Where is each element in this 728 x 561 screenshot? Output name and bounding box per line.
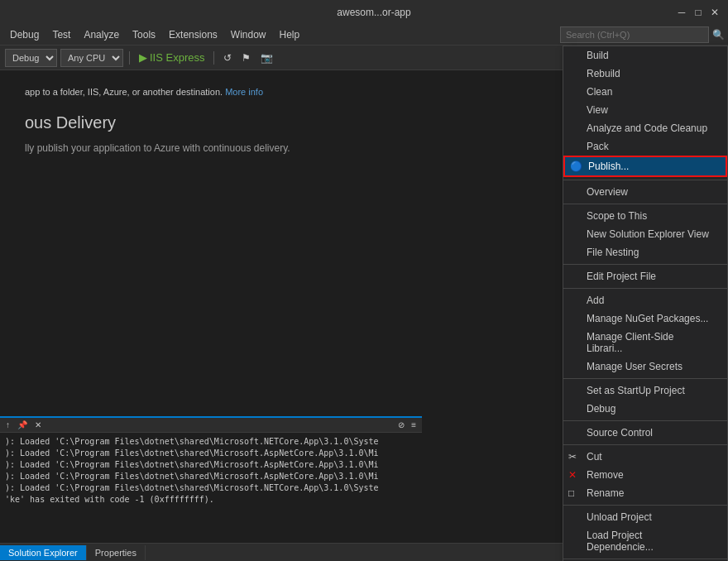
menu-extensions[interactable]: Extensions [162, 25, 224, 45]
run-button[interactable]: ▶ IIS Express [136, 50, 208, 65]
ctx-item-label: Debug [587, 403, 615, 415]
ctx-item-label: Build [587, 50, 609, 61]
ctx-item-label: Pack [587, 141, 609, 152]
ctx-item-label: Remove [587, 469, 624, 481]
ctx-item-label: Manage User Secrets [587, 361, 682, 372]
menu-test[interactable]: Test [46, 25, 77, 45]
ctx-item-label: Rebuild [587, 68, 620, 79]
menu-bar: Debug Test Analyze Tools Extensions Wind… [0, 25, 728, 46]
ctx-item-label: Manage Client-Side Librari... [587, 331, 711, 354]
ctx-menu-item[interactable]: Manage NuGet Packages... [563, 309, 727, 328]
output-line: ): Loaded 'C:\Program Files\dotnet\share… [5, 459, 417, 471]
ctx-menu-item[interactable]: Debug [563, 400, 727, 418]
toolbar-separator-1 [129, 51, 130, 65]
close-button[interactable]: ✕ [708, 6, 721, 19]
ctx-separator [563, 180, 727, 180]
ctx-item-icon: ✕ [568, 469, 577, 481]
subtitle: app to a folder, IIS, Azure, or another … [25, 87, 550, 97]
ctx-item-icon: ✂ [568, 451, 577, 463]
maximize-button[interactable]: □ [692, 6, 705, 19]
menu-window[interactable]: Window [224, 25, 273, 45]
menu-debug[interactable]: Debug [3, 25, 46, 45]
search-bar[interactable]: 🔍 [560, 26, 725, 43]
ctx-separator [563, 288, 727, 289]
ctx-menu-item[interactable]: Set as StartUp Project [563, 381, 727, 400]
output-filter-btn[interactable]: ≡ [409, 420, 419, 430]
ctx-menu-item[interactable]: File Nesting [563, 243, 727, 261]
more-info-link[interactable]: More info [225, 87, 263, 97]
debug-select[interactable]: Debug [5, 49, 57, 67]
ctx-menu-item[interactable]: Add [563, 291, 727, 309]
window-controls[interactable]: ─ □ ✕ [675, 6, 721, 19]
ctx-item-label: Analyze and Code Cleanup [587, 122, 707, 134]
context-menu: BuildRebuildCleanViewAnalyze and Code Cl… [563, 46, 728, 561]
refresh-button[interactable]: ↺ [220, 50, 235, 65]
ctx-menu-item[interactable]: Source Control [563, 424, 727, 442]
output-line: ): Loaded 'C:\Program Files\dotnet\share… [5, 471, 417, 482]
ctx-menu-item[interactable]: Scope to This [563, 207, 727, 225]
ctx-menu-item[interactable]: Load Project Dependencie... [563, 526, 727, 556]
ctx-menu-item[interactable]: Overview [563, 183, 727, 201]
section-title-text: ous Delivery [25, 113, 116, 132]
ctx-menu-item[interactable]: Rebuild [563, 65, 727, 83]
cpu-select[interactable]: Any CPU [60, 49, 123, 67]
ctx-item-label: Edit Project File [587, 271, 656, 282]
ctx-item-label: Clean [587, 86, 612, 98]
ctx-item-icon: □ [568, 487, 574, 499]
run-icon: ▶ [139, 51, 147, 64]
ctx-item-icon: 🔵 [570, 161, 582, 172]
ctx-menu-item[interactable]: □Rename [563, 484, 727, 502]
menu-help[interactable]: Help [273, 25, 307, 45]
ctx-item-label: Unload Project [587, 511, 652, 523]
se-tab-properties[interactable]: Properties [87, 545, 146, 560]
panel-pin-btn[interactable]: 📌 [15, 420, 30, 430]
ctx-menu-item[interactable]: Edit Project File [563, 267, 727, 285]
menu-tools[interactable]: Tools [126, 25, 162, 45]
section-desc: lly publish your application to Azure wi… [25, 142, 550, 154]
ctx-menu-item[interactable]: ✂Cut [563, 448, 727, 466]
ctx-item-label: View [587, 104, 608, 116]
ctx-menu-item[interactable]: Build [563, 46, 727, 65]
bottom-panel: ↑ 📌 ✕ ⊘ ≡ ): Loaded 'C:\Program Files\do… [0, 416, 422, 561]
ctx-separator [563, 204, 727, 204]
ctx-item-label: Rename [587, 487, 624, 499]
ctx-item-label: Scope to This [587, 210, 647, 222]
ctx-item-label: Set as StartUp Project [587, 385, 685, 396]
output-text: ): Loaded 'C:\Program Files\dotnet\share… [0, 433, 422, 555]
se-tab-solution-explorer[interactable]: Solution Explorer [0, 545, 87, 560]
title-bar: awesom...or-app ─ □ ✕ [0, 0, 728, 25]
search-icon: 🔍 [712, 29, 725, 41]
ctx-separator [563, 505, 727, 506]
ctx-menu-item[interactable]: Analyze and Code Cleanup [563, 119, 727, 137]
ctx-menu-item[interactable]: Unload Project [563, 508, 727, 526]
bookmark-button[interactable]: ⚑ [238, 50, 254, 65]
ctx-menu-item[interactable]: Manage User Secrets [563, 357, 727, 376]
subtitle-text: app to a folder, IIS, Azure, or another … [25, 87, 223, 97]
ctx-item-label: Source Control [587, 427, 653, 439]
ctx-item-label: Overview [587, 186, 628, 198]
ctx-separator [563, 444, 727, 445]
ctx-item-label: New Solution Explorer View [587, 228, 709, 240]
minimize-button[interactable]: ─ [675, 6, 688, 19]
ctx-menu-item[interactable]: Manage Client-Side Librari... [563, 328, 727, 357]
ctx-item-label: Manage NuGet Packages... [587, 313, 708, 324]
camera-button[interactable]: 📷 [257, 50, 276, 65]
left-panel: app to a folder, IIS, Azure, or another … [0, 70, 575, 561]
output-clear-btn[interactable]: ⊘ [395, 420, 407, 430]
ctx-menu-item[interactable]: Clean [563, 83, 727, 101]
section-title: ous Delivery [25, 113, 550, 132]
search-input[interactable] [560, 26, 709, 43]
ctx-menu-item[interactable]: View [563, 101, 727, 119]
ctx-menu-item[interactable]: Pack [563, 137, 727, 156]
ctx-menu-item[interactable]: 🔵Publish... [563, 156, 727, 177]
iis-label: IIS Express [150, 51, 204, 64]
ctx-menu-item[interactable]: New Solution Explorer View [563, 225, 727, 243]
bottom-toolbar: ↑ 📌 ✕ ⊘ ≡ [0, 418, 422, 433]
panel-up-btn[interactable]: ↑ [3, 420, 12, 430]
panel-close-btn[interactable]: ✕ [32, 420, 44, 430]
ctx-item-label: Add [587, 295, 604, 306]
ctx-menu-item[interactable]: ✕Remove [563, 466, 727, 484]
toolbar-separator-2 [213, 51, 214, 65]
menu-analyze[interactable]: Analyze [77, 25, 126, 45]
ctx-item-label: Publish... [588, 161, 629, 172]
